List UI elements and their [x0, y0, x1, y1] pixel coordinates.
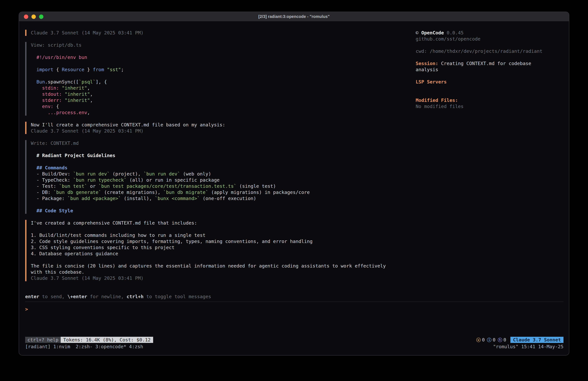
- lsp-diagnostics: w0i0h0: [476, 337, 508, 343]
- text-line: env: {: [31, 103, 409, 110]
- close-button[interactable]: [24, 15, 28, 19]
- info-count: 0: [493, 337, 495, 343]
- warnings-icon: w: [476, 338, 481, 342]
- text-line: 4. Database operations guidance: [31, 250, 409, 257]
- text-line: [31, 257, 409, 263]
- window-title: [2/3] radiant:3:opencode - "romulus": [258, 14, 330, 19]
- text-line: Write: CONTEXT.md: [31, 140, 409, 146]
- text-line: Now I'll create a comprehensive CONTEXT.…: [31, 122, 409, 128]
- text-line: [31, 146, 409, 152]
- help-hint-chip: ctrl+? help: [25, 337, 61, 343]
- text-line: # Radiant Project Guidelines: [31, 152, 409, 158]
- text-line: cwd: /home/thdxr/dev/projects/radiant/ra…: [416, 48, 564, 54]
- titlebar[interactable]: [2/3] radiant:3:opencode - "romulus": [19, 12, 569, 21]
- text-line: import { Resource } from "sst";: [31, 67, 409, 73]
- text-line: [31, 60, 409, 67]
- text-line: Session: Creating CONTEXT.md for codebas…: [416, 60, 564, 67]
- tool-message: Write: CONTEXT.md # Radiant Project Guid…: [25, 140, 409, 214]
- text-line: Bun.spawnSync([`psql`], {: [31, 79, 409, 85]
- text-line: [416, 91, 564, 97]
- tmux-window[interactable]: 1:nvim: [53, 344, 70, 349]
- statusbar-spacer: [153, 337, 476, 343]
- text-line: ...process.env,: [31, 110, 409, 116]
- prompt-symbol: >: [25, 306, 28, 312]
- assistant-message: I've created a comprehensive CONTEXT.md …: [25, 220, 409, 281]
- tmux-windows: 1:nvim2:zsh-3:opencode*4:zsh: [50, 344, 143, 350]
- warnings-count: 0: [482, 337, 485, 343]
- hints-icon: h: [498, 338, 502, 342]
- keybind-help: enter to send, \+enter for newline, ctrl…: [25, 293, 564, 300]
- text-line: [31, 226, 409, 232]
- text-line: [416, 85, 564, 91]
- text-line: ## Code Style: [31, 208, 409, 214]
- model-chip: Claude 3.7 Sonnet: [510, 337, 564, 343]
- tmux-window[interactable]: 2:zsh-: [76, 344, 93, 349]
- zoom-button[interactable]: [39, 15, 43, 19]
- text-line: [416, 73, 564, 79]
- tokens-cost-chip: Tokens: 16.4K (8%), Cost: $0.12: [61, 337, 153, 343]
- hints-count: 0: [504, 337, 506, 343]
- info-icon: i: [487, 338, 491, 342]
- text-line: Claude 3.7 Sonnet (14 May 2025 03:41 PM): [31, 30, 409, 36]
- session-sidebar: © OpenCode 0.0.45github.com/sst/opencode…: [409, 30, 564, 110]
- tmux-window-list: [radiant] 1:nvim2:zsh-3:opencode*4:zsh: [25, 344, 143, 350]
- terminal-content: Claude 3.7 Sonnet (14 May 2025 03:41 PM)…: [19, 21, 569, 355]
- text-line: [31, 158, 409, 165]
- text-line: #!/usr/bin/env bun: [31, 54, 409, 60]
- text-line: - Build/Dev: `bun run dev` (project), `b…: [31, 171, 409, 177]
- status-bar: ctrl+? help Tokens: 16.4K (8%), Cost: $0…: [25, 337, 564, 343]
- text-line: with this codebase.: [31, 269, 409, 275]
- terminal-window: [2/3] radiant:3:opencode - "romulus" Cla…: [19, 12, 569, 356]
- text-line: [416, 54, 564, 60]
- text-line: LSP Servers: [416, 79, 564, 85]
- text-line: - DB: `bun db generate` (create migratio…: [31, 189, 409, 195]
- diagnostic-hints: h0: [498, 337, 506, 343]
- diagnostic-warnings: w0: [476, 337, 485, 343]
- text-line: [31, 202, 409, 208]
- text-line: ## Commands: [31, 165, 409, 171]
- text-line: 3. CSS styling conventions specific to t…: [31, 245, 409, 250]
- text-line: 2. Code style guidelines covering import…: [31, 238, 409, 245]
- text-line: The file is concise (20 lines) and captu…: [31, 263, 409, 269]
- assistant-message: Claude 3.7 Sonnet (14 May 2025 03:41 PM): [25, 30, 409, 36]
- text-line: analysis: [416, 67, 564, 73]
- text-line: - Test: `bun test` or `bun test packages…: [31, 183, 409, 189]
- text-line: stderr: "inherit",: [31, 97, 409, 103]
- text-line: [416, 42, 564, 48]
- text-line: stdout: "inherit",: [31, 91, 409, 97]
- main-area: Claude 3.7 Sonnet (14 May 2025 03:41 PM)…: [25, 30, 564, 287]
- minimize-button[interactable]: [31, 15, 36, 19]
- text-line: Claude 3.7 Sonnet (14 May 2025 03:41 PM): [31, 128, 409, 134]
- text-line: No modified files: [416, 103, 564, 110]
- tool-message: View: script/db.ts #!/usr/bin/env bun im…: [25, 42, 409, 116]
- tmux-window[interactable]: 3:opencode*: [95, 344, 126, 349]
- text-line: I've created a comprehensive CONTEXT.md …: [31, 220, 409, 226]
- text-line: Modified Files:: [416, 97, 564, 103]
- text-line: [31, 48, 409, 54]
- chat-scroll-area[interactable]: Claude 3.7 Sonnet (14 May 2025 03:41 PM)…: [25, 30, 409, 287]
- tmux-host-clock: "romulus" 15:41 14-May-25: [493, 344, 564, 350]
- text-line: View: script/db.ts: [31, 42, 409, 48]
- text-line: stdin: "inherit",: [31, 85, 409, 91]
- traffic-lights: [24, 12, 43, 21]
- text-line: - TypeCheck: `bun run typecheck` (all) o…: [31, 177, 409, 183]
- text-line: © OpenCode 0.0.45: [416, 30, 564, 36]
- text-line: - Package: `bun add <package>` (install)…: [31, 195, 409, 202]
- text-line: enter to send, \+enter for newline, ctrl…: [25, 293, 564, 300]
- text-line: Claude 3.7 Sonnet (14 May 2025 03:41 PM): [31, 275, 409, 281]
- text-line: [31, 73, 409, 79]
- tmux-status-bar: [radiant] 1:nvim2:zsh-3:opencode*4:zsh "…: [25, 344, 564, 350]
- text-line: github.com/sst/opencode: [416, 36, 564, 42]
- tmux-session-name: [radiant]: [25, 344, 50, 350]
- message-input[interactable]: >: [25, 302, 564, 337]
- tmux-window[interactable]: 4:zsh: [129, 344, 143, 349]
- text-line: 1. Build/lint/test commands including ho…: [31, 232, 409, 238]
- assistant-message: Now I'll create a comprehensive CONTEXT.…: [25, 122, 409, 134]
- diagnostic-info: i0: [487, 337, 495, 343]
